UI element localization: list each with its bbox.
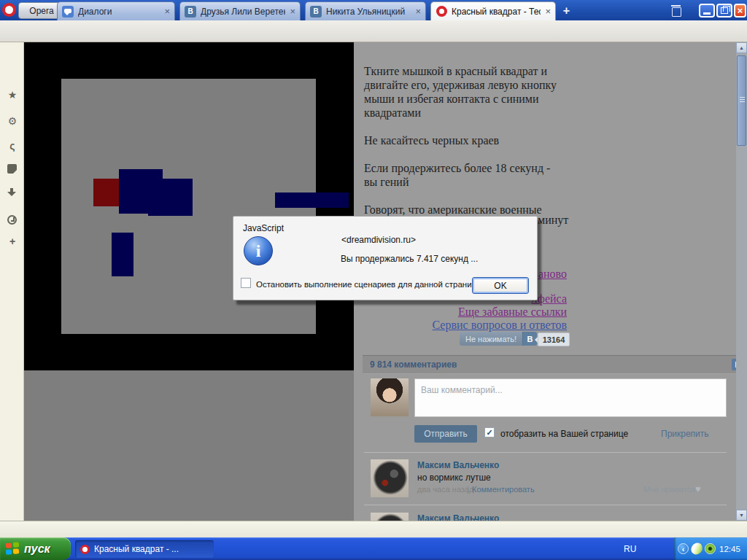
like-link[interactable]: Мне нравится [643,485,695,494]
vk-icon: B [185,6,196,18]
instruction-paragraph: Не касайтесь черных краев [364,133,565,147]
system-tray: ‹ 12:45 [674,537,747,560]
instruction-paragraph: Ткните мышкой в красный квадрат и двигай… [364,64,565,120]
meta-separator: | [467,485,469,494]
like-counter: 13164 [538,332,570,346]
opera-task-icon [80,545,90,554]
stop-scripts-label: Остановить выполнение сценариев для данн… [256,280,483,289]
heart-icon[interactable]: ♥ [695,483,701,494]
reply-link[interactable]: Комментировать [472,485,535,494]
dialog-origin: <dreamdivision.ru> [341,235,416,245]
vk-like-button[interactable]: Не нажимать! B [460,332,537,346]
start-button[interactable]: пуск [0,537,71,560]
instructions: Ткните мышкой в красный квадрат и двигай… [364,64,565,230]
tab-label: Красный квадрат - Тес... [452,7,541,17]
tab-dialogs[interactable]: Диалоги × [57,1,175,20]
more-links-link[interactable]: Еще забавные ссылки [458,306,567,319]
tab-close-icon[interactable]: × [545,7,551,16]
tab-close-icon[interactable]: × [164,7,170,16]
minimize-button[interactable] [699,4,715,18]
javascript-dialog: JavaScript i <dreamdivision.ru> Вы проде… [233,216,538,300]
scrollbar-thumb[interactable] [737,55,746,146]
notes-icon[interactable] [7,164,17,174]
tab-label: Диалоги [78,7,160,17]
opera-logo-icon [2,3,16,17]
scroll-down-button[interactable]: ▼ [736,510,747,521]
language-indicator[interactable]: RU [624,544,636,554]
opera-page-icon [436,6,447,18]
trash-body [672,7,681,17]
current-user-avatar[interactable] [371,378,409,416]
dialog-title: JavaScript [243,223,284,233]
tray-collapse-icon[interactable]: ‹ [678,543,689,554]
tray-leaf-icon[interactable] [689,542,704,556]
commenter-avatar[interactable] [371,459,409,497]
trash-lid [671,5,681,7]
start-label: пуск [24,542,50,556]
qa-service-link[interactable]: Сервис вопросов и ответов [433,319,568,332]
tab-label: Друзья Лили Веретено... [201,7,285,17]
taskbar-clock: 12:45 [719,545,740,553]
page-scrollbar[interactable]: ▲ ▼ [736,42,747,521]
unite-icon[interactable]: ς [7,140,18,152]
show-on-page-checkbox[interactable]: ✓ [484,427,495,438]
close-button[interactable]: × [734,4,746,18]
replay-link-fragment[interactable]: заново [534,268,567,281]
tab-red-square-active[interactable]: Красный квадрат - Тес... × [430,1,556,20]
ok-button[interactable]: OK [472,277,529,294]
tab-label: Никита Ульяницкий [326,7,411,17]
restore-button[interactable] [716,4,732,18]
windows-taskbar: пуск Красный квадрат - ... RU ‹ 12:45 [0,537,747,560]
show-on-page-label: отобразить на Вашей странице [500,429,628,439]
tab-close-icon[interactable]: × [415,7,421,16]
commenter-name-link[interactable]: Максим Вальченко [417,513,499,521]
tab-vk-friends[interactable]: B Друзья Лили Веретено... × [179,1,301,20]
instruction-paragraph: Если продержитесь более 18 секунд - вы г… [364,161,565,189]
address-toolbar: ← → ↻ Веб dreamdivision.ru/vk/redsquad.h… [0,20,747,42]
comment-time: два часа назад [417,485,473,494]
stop-scripts-checkbox[interactable] [241,278,251,288]
bookmarks-star-icon[interactable]: ★ [7,89,18,101]
add-panel-icon[interactable]: + [7,236,18,247]
below-game-area [24,370,354,521]
info-icon: i [244,236,273,265]
vk-icon: B [310,6,322,18]
new-tab-button[interactable]: + [560,4,573,17]
status-bar: ☁ ς ▴ [0,521,747,537]
instruction-paragraph: Говорят, что американские военные [364,203,565,217]
screen: Opera Диалоги × B Друзья Лили Веретено..… [0,0,747,560]
chat-bubble-icon [62,6,74,18]
commenter-name-link[interactable]: Максим Вальченко [417,460,499,470]
widgets-gear-icon[interactable]: ⚙ [7,115,18,127]
comments-count: 9 814 комментариев [370,359,732,370]
blue-square [148,179,193,216]
downloads-icon[interactable] [7,188,17,198]
divider [364,505,727,505]
windows-logo-icon [6,542,20,556]
closed-tabs-trash-icon[interactable] [671,5,681,15]
commenter-avatar[interactable] [371,513,409,521]
tray-antivirus-icon[interactable] [705,543,716,554]
tab-vk-profile[interactable]: B Никита Ульяницкий × [305,1,426,20]
opera-side-panel: ★ ⚙ ς + [0,42,24,521]
covered-text-fragment: минут [538,214,568,227]
comments-header: 9 814 комментариев B [363,355,736,374]
tab-bar: Opera Диалоги × B Друзья Лили Веретено..… [0,0,747,20]
dialog-message: Вы продержались 7.417 секунд ... [341,254,478,264]
comment-text: но вормикс лутше [417,472,491,483]
red-square[interactable] [93,179,119,206]
taskbar-task-button[interactable]: Красный квадрат - ... [75,540,214,558]
blue-square [275,192,349,208]
attach-link[interactable]: Прикрепить [661,429,709,439]
history-clock-icon[interactable] [7,215,17,225]
task-label: Красный квадрат - ... [94,544,179,554]
comment-input[interactable] [414,378,727,417]
divider [364,452,727,453]
like-button-label[interactable]: Не нажимать! [460,332,522,346]
tab-close-icon[interactable]: × [290,7,295,16]
scroll-up-button[interactable]: ▲ [736,42,747,53]
blue-square [112,233,133,276]
comment-submit-button[interactable]: Отправить [414,425,477,443]
